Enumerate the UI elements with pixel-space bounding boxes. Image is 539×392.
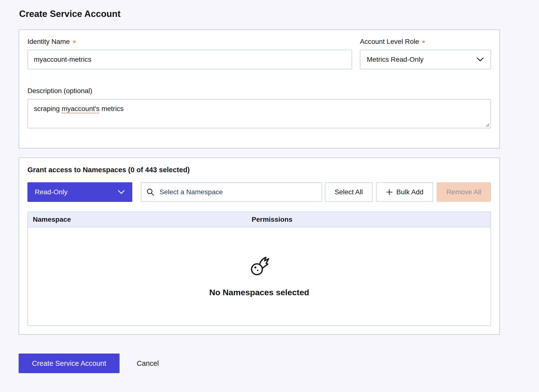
namespaces-table-header: Namespace Permissions <box>28 212 490 227</box>
page-title: Create Service Account <box>19 9 500 19</box>
permission-role-dropdown[interactable]: Read-Only <box>27 182 132 202</box>
namespace-search-input[interactable] <box>159 188 317 196</box>
account-level-role-label-text: Account Level Role <box>360 38 419 46</box>
description-textarea[interactable]: scraping myaccount's metrics <box>27 99 491 128</box>
identity-card: Identity Name Account Level Role Metrics… <box>19 29 500 148</box>
bulk-add-button[interactable]: Bulk Add <box>376 182 433 202</box>
description-field: Description (optional) scraping myaccoun… <box>27 87 491 128</box>
description-text: metrics <box>99 105 123 112</box>
create-service-account-button[interactable]: Create Service Account <box>19 354 120 373</box>
account-level-role-select[interactable]: Metrics Read-Only <box>360 50 491 69</box>
comet-icon <box>248 256 270 277</box>
required-dot <box>422 40 425 43</box>
remove-all-button[interactable]: Remove All <box>437 182 491 202</box>
namespaces-card: Grant access to Namespaces (0 of 443 sel… <box>19 158 500 335</box>
cancel-button[interactable]: Cancel <box>137 359 159 368</box>
namespaces-empty-state: No Namespaces selected <box>28 227 490 325</box>
namespace-search[interactable] <box>141 182 322 202</box>
chevron-down-icon <box>118 190 125 195</box>
plus-icon <box>386 189 393 196</box>
identity-name-input[interactable] <box>27 50 352 69</box>
bulk-add-label: Bulk Add <box>396 188 424 196</box>
required-dot <box>73 40 76 43</box>
account-level-role-label: Account Level Role <box>360 38 491 46</box>
column-header-namespace: Namespace <box>28 216 252 223</box>
column-header-permissions: Permissions <box>252 216 490 223</box>
description-text: scraping <box>34 105 62 112</box>
select-all-button[interactable]: Select All <box>325 182 373 202</box>
account-level-role-value: Metrics Read-Only <box>367 56 424 63</box>
description-misspelled-word: myaccount's <box>62 105 100 112</box>
footer-actions: Create Service Account Cancel <box>19 354 500 373</box>
description-label-text: Description (optional) <box>27 87 92 95</box>
identity-name-field: Identity Name <box>27 38 352 69</box>
resize-grip-icon[interactable] <box>485 122 490 127</box>
account-level-role-field: Account Level Role Metrics Read-Only <box>360 38 491 69</box>
namespaces-table: Namespace Permissions No Namespaces sele… <box>27 212 491 326</box>
chevron-down-icon <box>476 57 484 62</box>
namespaces-toolbar: Read-Only Select All Bulk Add <box>27 182 491 202</box>
namespaces-heading: Grant access to Namespaces (0 of 443 sel… <box>27 166 491 174</box>
permission-role-value: Read-Only <box>35 188 68 196</box>
create-service-account-page: Create Service Account Identity Name Acc… <box>0 0 539 373</box>
identity-name-label: Identity Name <box>27 38 352 46</box>
description-label: Description (optional) <box>27 87 491 95</box>
search-icon <box>146 188 155 196</box>
empty-state-text: No Namespaces selected <box>209 288 309 297</box>
identity-name-label-text: Identity Name <box>27 38 70 46</box>
